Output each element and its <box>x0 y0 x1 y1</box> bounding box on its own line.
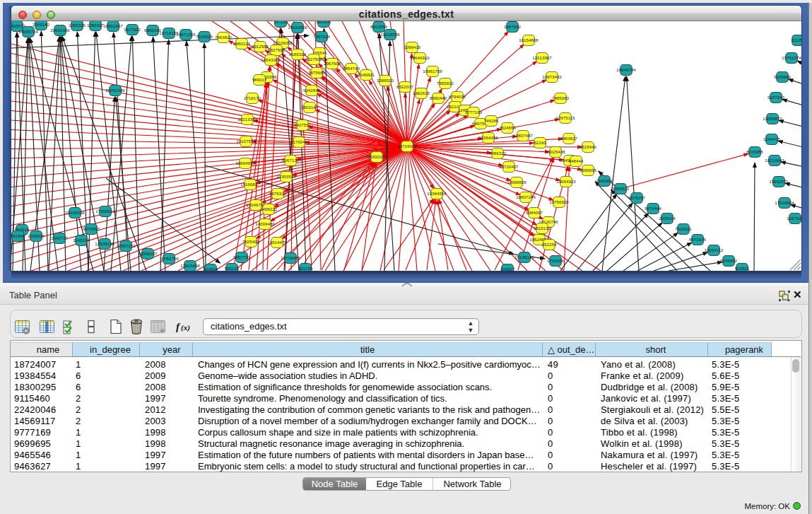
svg-text:9227343: 9227343 <box>767 95 785 100</box>
svg-text:9242848: 9242848 <box>303 88 321 93</box>
svg-text:9146821: 9146821 <box>358 72 375 77</box>
svg-text:2967608: 2967608 <box>324 61 341 66</box>
svg-text:881305: 881305 <box>317 21 331 24</box>
svg-text:8990448: 8990448 <box>430 95 447 100</box>
svg-text:9463627: 9463627 <box>560 136 578 141</box>
svg-text:14055724: 14055724 <box>18 29 38 34</box>
svg-text:1527602: 1527602 <box>124 27 141 32</box>
svg-text:7357224: 7357224 <box>313 34 331 39</box>
svg-text:11353594: 11353594 <box>276 174 296 179</box>
svg-text:1244415: 1244415 <box>763 136 781 141</box>
svg-text:16543362: 16543362 <box>261 57 281 62</box>
svg-text:1065327: 1065327 <box>87 23 105 28</box>
svg-text:104527: 104527 <box>500 267 515 271</box>
svg-text:10671355: 10671355 <box>176 32 196 37</box>
svg-text:18724007: 18724007 <box>397 144 417 148</box>
svg-text:1065326: 1065326 <box>69 23 86 28</box>
svg-text:2935114: 2935114 <box>659 216 676 221</box>
svg-text:111254: 111254 <box>791 37 801 42</box>
svg-text:9699695: 9699695 <box>579 168 597 173</box>
svg-text:9327508: 9327508 <box>305 57 323 62</box>
svg-text:17359924: 17359924 <box>95 209 115 214</box>
svg-text:9975867: 9975867 <box>83 226 100 231</box>
svg-text:1362615: 1362615 <box>413 90 430 95</box>
svg-text:1588520: 1588520 <box>377 78 394 83</box>
svg-text:8471676: 8471676 <box>689 237 707 242</box>
svg-text:16648784: 16648784 <box>616 67 636 72</box>
svg-text:3875685: 3875685 <box>308 70 326 75</box>
svg-text:7986322: 7986322 <box>489 151 507 156</box>
svg-text:8912955: 8912955 <box>252 44 269 49</box>
svg-text:10688609: 10688609 <box>507 180 526 185</box>
svg-text:8813054: 8813054 <box>370 24 388 29</box>
svg-text:16154808: 16154808 <box>519 37 539 42</box>
svg-text:2087682: 2087682 <box>504 24 522 29</box>
svg-text:6879197: 6879197 <box>628 195 646 200</box>
svg-text:f: f <box>176 321 181 332</box>
svg-text:10973493: 10973493 <box>542 74 562 79</box>
svg-text:7663822: 7663822 <box>215 35 233 40</box>
svg-text:901755: 901755 <box>298 266 313 271</box>
svg-text:1167533: 1167533 <box>787 216 801 221</box>
svg-text:2718170: 2718170 <box>244 95 261 100</box>
svg-text:10958107: 10958107 <box>138 251 158 256</box>
svg-text:924504: 924504 <box>204 267 218 271</box>
svg-text:8215955: 8215955 <box>746 149 764 154</box>
svg-text:19166827: 19166827 <box>240 182 260 187</box>
svg-text:9777169: 9777169 <box>465 110 483 115</box>
svg-text:12975115: 12975115 <box>555 115 575 120</box>
svg-text:14099489: 14099489 <box>255 221 275 226</box>
svg-text:19384554: 19384554 <box>427 191 447 196</box>
svg-text:6794028: 6794028 <box>449 94 466 99</box>
svg-text:12213967: 12213967 <box>532 55 552 60</box>
svg-text:20364456: 20364456 <box>478 135 498 140</box>
svg-text:252254: 252254 <box>542 242 557 247</box>
svg-text:16210643: 16210643 <box>765 158 784 163</box>
svg-text:16033809: 16033809 <box>288 25 307 30</box>
svg-text:10961758: 10961758 <box>423 69 442 74</box>
svg-text:7485063: 7485063 <box>552 95 570 100</box>
svg-text:(x): (x) <box>181 323 190 332</box>
svg-text:15716485: 15716485 <box>281 255 300 260</box>
svg-text:16782759: 16782759 <box>159 256 179 261</box>
svg-text:2170046: 2170046 <box>290 139 308 144</box>
svg-text:15136141: 15136141 <box>514 255 534 259</box>
svg-text:3624554: 3624554 <box>499 125 517 130</box>
svg-text:12093872: 12093872 <box>763 116 782 121</box>
svg-text:9358923: 9358923 <box>612 186 630 191</box>
svg-text:7515526: 7515526 <box>196 34 213 39</box>
svg-text:1498222: 1498222 <box>260 206 278 211</box>
svg-text:17016504: 17016504 <box>775 200 794 205</box>
svg-text:448444: 448444 <box>569 158 584 163</box>
svg-text:19654923: 19654923 <box>556 179 576 184</box>
svg-text:7632621: 7632621 <box>675 226 693 231</box>
svg-text:18807249: 18807249 <box>516 194 536 199</box>
svg-text:391594: 391594 <box>11 233 25 238</box>
svg-text:8267130: 8267130 <box>282 158 300 163</box>
svg-text:17957223: 17957223 <box>116 243 136 248</box>
svg-text:9327506: 9327506 <box>268 47 286 52</box>
svg-text:10653267: 10653267 <box>103 23 123 28</box>
svg-text:9657791: 9657791 <box>233 255 251 259</box>
svg-text:9245652: 9245652 <box>720 258 738 263</box>
svg-text:1145194: 1145194 <box>73 238 90 243</box>
svg-text:2069140: 2069140 <box>33 22 50 27</box>
svg-text:12213389: 12213389 <box>237 117 257 122</box>
svg-text:505135: 505135 <box>225 266 240 271</box>
svg-text:924501: 924501 <box>735 266 750 271</box>
svg-text:8454749: 8454749 <box>343 66 360 71</box>
svg-text:1156829: 1156829 <box>28 233 45 238</box>
svg-text:19756928: 19756928 <box>549 199 569 204</box>
svg-text:8960123: 8960123 <box>233 41 251 46</box>
svg-text:10025438: 10025438 <box>546 149 565 154</box>
svg-text:9474444: 9474444 <box>645 206 662 211</box>
svg-text:989017: 989017 <box>252 77 267 82</box>
svg-text:16914479: 16914479 <box>267 240 287 245</box>
svg-text:10654112: 10654112 <box>704 247 724 252</box>
svg-text:62160: 62160 <box>534 140 546 145</box>
svg-text:9329966: 9329966 <box>774 74 792 79</box>
svg-text:8186323: 8186323 <box>289 52 307 57</box>
svg-text:19654925: 19654925 <box>235 160 255 165</box>
svg-text:8678332: 8678332 <box>269 191 287 196</box>
svg-text:1733426: 1733426 <box>547 258 565 263</box>
